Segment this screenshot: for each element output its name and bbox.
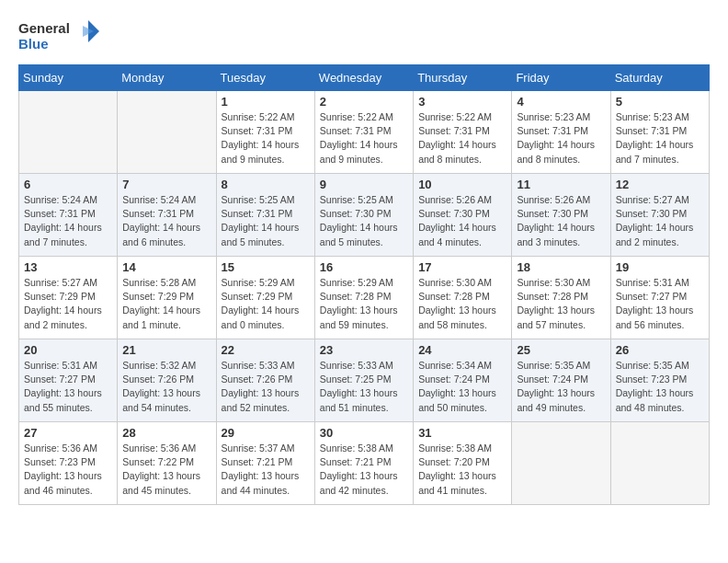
calendar-cell: 30Sunrise: 5:38 AMSunset: 7:21 PMDayligh… bbox=[314, 422, 413, 505]
calendar-cell: 25Sunrise: 5:35 AMSunset: 7:24 PMDayligh… bbox=[512, 339, 610, 422]
weekday-header-saturday: Saturday bbox=[610, 65, 709, 91]
day-info: Sunrise: 5:35 AMSunset: 7:24 PMDaylight:… bbox=[517, 359, 605, 415]
day-number: 24 bbox=[418, 343, 506, 357]
calendar-cell: 2Sunrise: 5:22 AMSunset: 7:31 PMDaylight… bbox=[314, 91, 413, 174]
day-info: Sunrise: 5:29 AMSunset: 7:28 PMDaylight:… bbox=[320, 276, 408, 332]
calendar-cell: 11Sunrise: 5:26 AMSunset: 7:30 PMDayligh… bbox=[512, 174, 610, 257]
calendar-cell bbox=[610, 422, 709, 505]
day-info: Sunrise: 5:23 AMSunset: 7:31 PMDaylight:… bbox=[517, 110, 605, 167]
day-info: Sunrise: 5:27 AMSunset: 7:30 PMDaylight:… bbox=[616, 193, 704, 249]
calendar-cell: 28Sunrise: 5:36 AMSunset: 7:22 PMDayligh… bbox=[118, 422, 216, 505]
day-number: 11 bbox=[517, 178, 605, 191]
calendar-cell: 26Sunrise: 5:35 AMSunset: 7:23 PMDayligh… bbox=[610, 339, 709, 422]
day-number: 10 bbox=[418, 178, 506, 191]
day-info: Sunrise: 5:30 AMSunset: 7:28 PMDaylight:… bbox=[517, 276, 605, 332]
day-number: 12 bbox=[616, 178, 704, 191]
weekday-header-thursday: Thursday bbox=[414, 65, 512, 91]
calendar-week-row: 6Sunrise: 5:24 AMSunset: 7:31 PMDaylight… bbox=[19, 174, 710, 257]
day-number: 19 bbox=[616, 260, 704, 274]
calendar-cell: 5Sunrise: 5:23 AMSunset: 7:31 PMDaylight… bbox=[610, 91, 709, 174]
svg-text:General: General bbox=[18, 20, 70, 36]
day-info: Sunrise: 5:28 AMSunset: 7:29 PMDaylight:… bbox=[122, 276, 210, 332]
day-info: Sunrise: 5:35 AMSunset: 7:23 PMDaylight:… bbox=[616, 359, 704, 415]
day-number: 30 bbox=[320, 426, 408, 440]
weekday-header-tuesday: Tuesday bbox=[216, 65, 314, 91]
calendar-cell: 16Sunrise: 5:29 AMSunset: 7:28 PMDayligh… bbox=[314, 257, 413, 339]
day-number: 27 bbox=[24, 426, 112, 440]
day-number: 7 bbox=[122, 178, 210, 191]
day-info: Sunrise: 5:36 AMSunset: 7:22 PMDaylight:… bbox=[122, 442, 210, 498]
day-info: Sunrise: 5:22 AMSunset: 7:31 PMDaylight:… bbox=[222, 110, 310, 167]
day-info: Sunrise: 5:33 AMSunset: 7:25 PMDaylight:… bbox=[320, 359, 408, 415]
day-number: 23 bbox=[320, 343, 408, 357]
calendar-week-row: 13Sunrise: 5:27 AMSunset: 7:29 PMDayligh… bbox=[19, 257, 710, 339]
calendar-cell: 12Sunrise: 5:27 AMSunset: 7:30 PMDayligh… bbox=[610, 174, 709, 257]
calendar-cell bbox=[118, 91, 216, 174]
day-number: 15 bbox=[222, 260, 310, 274]
calendar-cell: 9Sunrise: 5:25 AMSunset: 7:30 PMDaylight… bbox=[314, 174, 413, 257]
day-info: Sunrise: 5:24 AMSunset: 7:31 PMDaylight:… bbox=[24, 193, 112, 249]
calendar-cell: 19Sunrise: 5:31 AMSunset: 7:27 PMDayligh… bbox=[610, 257, 709, 339]
day-number: 26 bbox=[616, 343, 704, 357]
calendar: SundayMondayTuesdayWednesdayThursdayFrid… bbox=[18, 64, 710, 505]
calendar-cell: 6Sunrise: 5:24 AMSunset: 7:31 PMDaylight… bbox=[19, 174, 118, 257]
day-info: Sunrise: 5:22 AMSunset: 7:31 PMDaylight:… bbox=[320, 110, 408, 167]
calendar-cell: 24Sunrise: 5:34 AMSunset: 7:24 PMDayligh… bbox=[414, 339, 512, 422]
calendar-cell: 23Sunrise: 5:33 AMSunset: 7:25 PMDayligh… bbox=[314, 339, 413, 422]
day-info: Sunrise: 5:37 AMSunset: 7:21 PMDaylight:… bbox=[222, 442, 310, 498]
day-number: 6 bbox=[24, 178, 112, 191]
day-info: Sunrise: 5:32 AMSunset: 7:26 PMDaylight:… bbox=[122, 359, 210, 415]
calendar-cell: 31Sunrise: 5:38 AMSunset: 7:20 PMDayligh… bbox=[414, 422, 512, 505]
calendar-cell: 29Sunrise: 5:37 AMSunset: 7:21 PMDayligh… bbox=[216, 422, 314, 505]
day-number: 14 bbox=[122, 260, 210, 274]
calendar-cell: 7Sunrise: 5:24 AMSunset: 7:31 PMDaylight… bbox=[118, 174, 216, 257]
day-info: Sunrise: 5:34 AMSunset: 7:24 PMDaylight:… bbox=[418, 359, 506, 415]
weekday-header-wednesday: Wednesday bbox=[314, 65, 413, 91]
calendar-cell: 10Sunrise: 5:26 AMSunset: 7:30 PMDayligh… bbox=[414, 174, 512, 257]
day-info: Sunrise: 5:26 AMSunset: 7:30 PMDaylight:… bbox=[517, 193, 605, 249]
day-number: 18 bbox=[517, 260, 605, 274]
calendar-cell: 8Sunrise: 5:25 AMSunset: 7:31 PMDaylight… bbox=[216, 174, 314, 257]
day-number: 25 bbox=[517, 343, 605, 357]
day-number: 31 bbox=[418, 426, 506, 440]
day-info: Sunrise: 5:25 AMSunset: 7:30 PMDaylight:… bbox=[320, 193, 408, 249]
weekday-header-monday: Monday bbox=[118, 65, 216, 91]
calendar-cell: 4Sunrise: 5:23 AMSunset: 7:31 PMDaylight… bbox=[512, 91, 610, 174]
day-number: 20 bbox=[24, 343, 112, 357]
calendar-week-row: 1Sunrise: 5:22 AMSunset: 7:31 PMDaylight… bbox=[19, 91, 710, 174]
day-number: 21 bbox=[122, 343, 210, 357]
day-number: 1 bbox=[222, 95, 310, 109]
day-number: 3 bbox=[418, 95, 506, 109]
day-info: Sunrise: 5:31 AMSunset: 7:27 PMDaylight:… bbox=[616, 276, 704, 332]
day-number: 17 bbox=[418, 260, 506, 274]
logo-graphic: General Blue bbox=[18, 18, 101, 55]
day-number: 4 bbox=[517, 95, 605, 109]
day-number: 5 bbox=[616, 95, 704, 109]
day-info: Sunrise: 5:25 AMSunset: 7:31 PMDaylight:… bbox=[222, 193, 310, 249]
calendar-cell: 27Sunrise: 5:36 AMSunset: 7:23 PMDayligh… bbox=[19, 422, 118, 505]
day-info: Sunrise: 5:27 AMSunset: 7:29 PMDaylight:… bbox=[24, 276, 112, 332]
calendar-cell: 17Sunrise: 5:30 AMSunset: 7:28 PMDayligh… bbox=[414, 257, 512, 339]
calendar-cell: 21Sunrise: 5:32 AMSunset: 7:26 PMDayligh… bbox=[118, 339, 216, 422]
day-number: 22 bbox=[222, 343, 310, 357]
weekday-header-sunday: Sunday bbox=[19, 65, 118, 91]
calendar-week-row: 27Sunrise: 5:36 AMSunset: 7:23 PMDayligh… bbox=[19, 422, 710, 505]
calendar-cell: 22Sunrise: 5:33 AMSunset: 7:26 PMDayligh… bbox=[216, 339, 314, 422]
day-info: Sunrise: 5:38 AMSunset: 7:20 PMDaylight:… bbox=[418, 442, 506, 498]
day-info: Sunrise: 5:29 AMSunset: 7:29 PMDaylight:… bbox=[222, 276, 310, 332]
day-number: 29 bbox=[222, 426, 310, 440]
day-info: Sunrise: 5:36 AMSunset: 7:23 PMDaylight:… bbox=[24, 442, 112, 498]
calendar-cell bbox=[512, 422, 610, 505]
calendar-week-row: 20Sunrise: 5:31 AMSunset: 7:27 PMDayligh… bbox=[19, 339, 710, 422]
day-info: Sunrise: 5:30 AMSunset: 7:28 PMDaylight:… bbox=[418, 276, 506, 332]
weekday-header-row: SundayMondayTuesdayWednesdayThursdayFrid… bbox=[19, 65, 710, 91]
day-info: Sunrise: 5:22 AMSunset: 7:31 PMDaylight:… bbox=[418, 110, 506, 167]
calendar-cell: 13Sunrise: 5:27 AMSunset: 7:29 PMDayligh… bbox=[19, 257, 118, 339]
day-info: Sunrise: 5:26 AMSunset: 7:30 PMDaylight:… bbox=[418, 193, 506, 249]
day-number: 13 bbox=[24, 260, 112, 274]
day-number: 8 bbox=[222, 178, 310, 191]
day-info: Sunrise: 5:31 AMSunset: 7:27 PMDaylight:… bbox=[24, 359, 112, 415]
calendar-cell: 20Sunrise: 5:31 AMSunset: 7:27 PMDayligh… bbox=[19, 339, 118, 422]
day-info: Sunrise: 5:24 AMSunset: 7:31 PMDaylight:… bbox=[122, 193, 210, 249]
day-info: Sunrise: 5:33 AMSunset: 7:26 PMDaylight:… bbox=[222, 359, 310, 415]
